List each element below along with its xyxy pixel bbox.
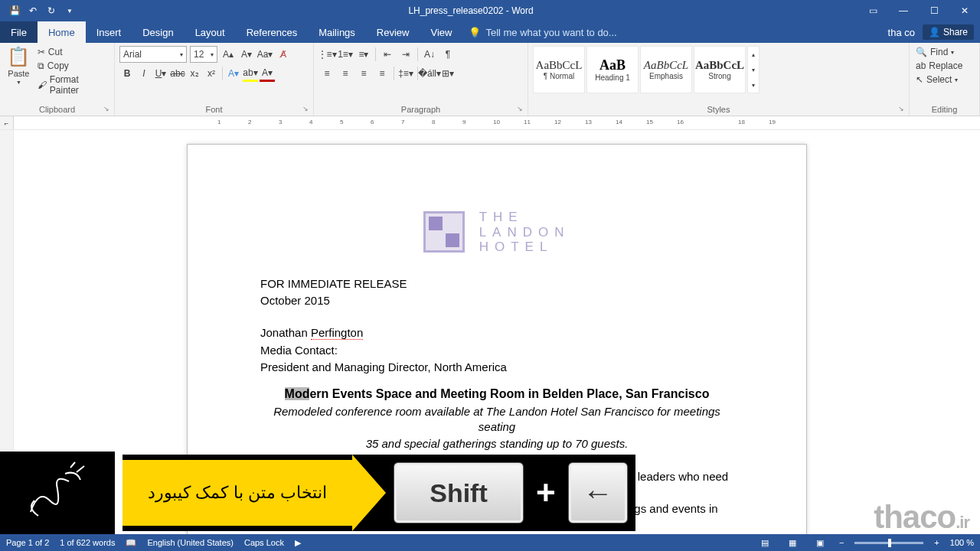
style-heading1[interactable]: AaBHeading 1 xyxy=(586,46,639,93)
italic-button[interactable]: I xyxy=(136,65,152,82)
zoom-slider-thumb[interactable] xyxy=(888,539,891,547)
key-shift: Shift xyxy=(394,462,524,523)
clipboard-group-label: Clipboard xyxy=(5,103,109,116)
doc-subhead: Remodeled conference room available at T… xyxy=(260,404,733,435)
subscript-button[interactable]: x₂ xyxy=(187,65,202,82)
tab-view[interactable]: View xyxy=(420,21,462,43)
clipboard-dialog-launcher[interactable]: ↘ xyxy=(103,105,113,114)
tab-insert[interactable]: Insert xyxy=(86,21,132,43)
ribbon-tabs: File Home Insert Design Layout Reference… xyxy=(0,21,980,43)
replace-button[interactable]: abReplace xyxy=(914,60,975,72)
text-effects-button[interactable]: A▾ xyxy=(226,65,241,82)
cut-button[interactable]: ✂Cut xyxy=(36,46,109,58)
more-icon: ▾ xyxy=(748,82,759,89)
style-emphasis[interactable]: AaBbCcLEmphasis xyxy=(640,46,692,93)
zoom-level[interactable]: 100 % xyxy=(950,538,974,547)
copy-button[interactable]: ⧉Copy xyxy=(36,60,109,72)
undo-icon[interactable]: ↶ xyxy=(24,2,41,19)
increase-indent-button[interactable]: ⇥ xyxy=(397,46,414,63)
minimize-icon[interactable]: — xyxy=(888,0,919,21)
status-proofing-icon[interactable]: 📖 xyxy=(126,538,136,548)
redo-icon[interactable]: ↻ xyxy=(43,2,60,19)
strikethrough-button[interactable]: abc xyxy=(170,65,185,82)
cut-label: Cut xyxy=(48,47,63,57)
decrease-indent-button[interactable]: ⇤ xyxy=(379,46,396,63)
styles-gallery-expand[interactable]: ▴▾▾ xyxy=(747,46,760,93)
share-button[interactable]: 👤 Share xyxy=(923,24,974,40)
multilevel-list-button[interactable]: ≡▾ xyxy=(355,46,372,63)
view-print-layout-button[interactable]: ▦ xyxy=(784,536,801,549)
group-styles: AaBbCcL¶ Normal AaBHeading 1 AaBbCcLEmph… xyxy=(528,43,910,116)
style-strong[interactable]: AaBbCcLStrong xyxy=(694,46,746,93)
font-name-value: Arial xyxy=(123,49,142,60)
tab-review[interactable]: Review xyxy=(366,21,420,43)
shrink-font-button[interactable]: A▾ xyxy=(239,46,254,63)
style-normal[interactable]: AaBbCcL¶ Normal xyxy=(533,46,585,93)
view-web-layout-button[interactable]: ▣ xyxy=(812,536,828,549)
show-marks-button[interactable]: ¶ xyxy=(439,46,456,63)
font-name-combo[interactable]: Arial▾ xyxy=(119,46,187,63)
align-center-button[interactable]: ≡ xyxy=(337,65,354,82)
styles-dialog-launcher[interactable]: ↘ xyxy=(898,105,907,114)
maximize-icon[interactable]: ☐ xyxy=(919,0,949,21)
share-label: Share xyxy=(943,27,968,37)
zoom-in-button[interactable]: + xyxy=(934,538,939,547)
tutorial-logo xyxy=(0,452,115,534)
align-right-button[interactable]: ≡ xyxy=(355,65,372,82)
bullets-button[interactable]: ⋮≡▾ xyxy=(318,46,335,63)
tab-design[interactable]: Design xyxy=(132,21,184,43)
superscript-button[interactable]: x² xyxy=(204,65,219,82)
font-size-combo[interactable]: 12▾ xyxy=(190,46,217,63)
shading-button[interactable]: �áll▾ xyxy=(421,65,438,82)
grow-font-button[interactable]: A▴ xyxy=(220,46,236,63)
ribbon-options-icon[interactable]: ▭ xyxy=(858,0,888,21)
line-spacing-button[interactable]: ‡≡▾ xyxy=(397,65,414,82)
title-bar: 💾 ↶ ↻ ▼ LH_press_release0202 - Word ▭ — … xyxy=(0,0,980,21)
underline-button[interactable]: U▾ xyxy=(153,65,168,82)
select-button[interactable]: ↖Select▾ xyxy=(914,73,975,86)
close-icon[interactable]: ✕ xyxy=(949,0,980,21)
account-name[interactable]: tha co xyxy=(888,27,915,38)
chevron-down-icon: ▾ xyxy=(748,67,759,73)
status-language[interactable]: English (United States) xyxy=(147,538,234,547)
paste-button[interactable]: 📋 Paste ▼ xyxy=(5,46,33,96)
spelling-error: Perfington xyxy=(311,326,363,340)
save-icon[interactable]: 💾 xyxy=(6,2,23,19)
borders-button[interactable]: ⊞▾ xyxy=(439,65,456,82)
tab-file[interactable]: File xyxy=(0,21,38,43)
find-button[interactable]: 🔍Find▾ xyxy=(914,46,975,58)
paragraph-dialog-launcher[interactable]: ↘ xyxy=(517,105,526,114)
view-read-mode-button[interactable]: ▤ xyxy=(756,536,773,549)
horizontal-ruler[interactable]: 123 456 789 101112 131415 161819 xyxy=(187,116,980,129)
tab-layout[interactable]: Layout xyxy=(185,21,236,43)
zoom-out-button[interactable]: − xyxy=(839,538,844,547)
format-painter-button[interactable]: 🖌Format Painter xyxy=(36,73,109,96)
font-color-button[interactable]: A▾ xyxy=(260,65,275,82)
sort-button[interactable]: A↓ xyxy=(421,46,438,63)
tab-references[interactable]: References xyxy=(236,21,308,43)
styles-group-label: Styles xyxy=(533,103,904,116)
change-case-button[interactable]: Aa▾ xyxy=(257,46,273,63)
copy-icon: ⧉ xyxy=(38,60,44,71)
font-dialog-launcher[interactable]: ↘ xyxy=(302,105,312,114)
watermark: thaco.ir xyxy=(874,499,969,536)
zoom-slider[interactable] xyxy=(854,542,923,544)
status-macro-icon[interactable]: ▶ xyxy=(295,538,301,548)
tab-mailings[interactable]: Mailings xyxy=(308,21,366,43)
align-left-button[interactable]: ≡ xyxy=(318,65,335,82)
tutorial-overlay: انتخاب متن با کمک کیبورد Shift + ← xyxy=(0,452,635,534)
numbering-button[interactable]: 1≡▾ xyxy=(337,46,354,63)
status-page[interactable]: Page 1 of 2 xyxy=(6,538,49,547)
ruler-tab-selector[interactable]: ⌐ xyxy=(0,116,14,129)
justify-button[interactable]: ≡ xyxy=(374,65,390,82)
tab-home[interactable]: Home xyxy=(38,21,86,43)
highlight-button[interactable]: ab▾ xyxy=(243,65,258,82)
tell-me-search[interactable]: 💡 Tell me what you want to do... xyxy=(462,21,887,43)
plus-icon: + xyxy=(536,474,556,512)
status-word-count[interactable]: 1 of 622 words xyxy=(60,538,115,547)
replace-label: Replace xyxy=(929,60,962,71)
bold-button[interactable]: B xyxy=(119,65,135,82)
window-title: LH_press_release0202 - Word xyxy=(84,5,858,16)
clear-formatting-button[interactable]: A̸ xyxy=(276,46,291,63)
qat-customize-icon[interactable]: ▼ xyxy=(61,2,78,19)
